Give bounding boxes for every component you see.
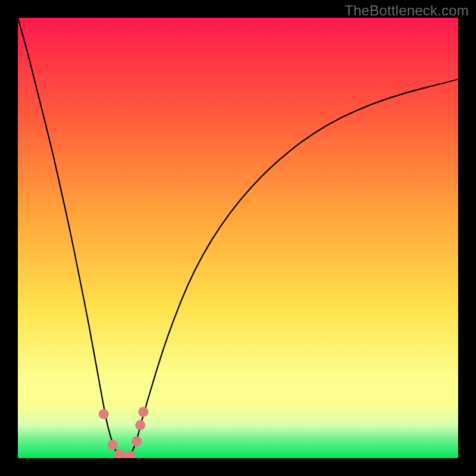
curve-marker xyxy=(99,409,109,419)
plot-area xyxy=(18,18,458,458)
curve-marker xyxy=(138,407,148,417)
curve-marker xyxy=(108,440,118,450)
chart-svg xyxy=(18,18,458,458)
watermark-text: TheBottleneck.com xyxy=(345,2,469,19)
gradient-background xyxy=(18,18,458,458)
curve-marker xyxy=(131,436,142,446)
chart-frame: TheBottleneck.com xyxy=(0,0,476,476)
curve-marker xyxy=(135,420,145,430)
